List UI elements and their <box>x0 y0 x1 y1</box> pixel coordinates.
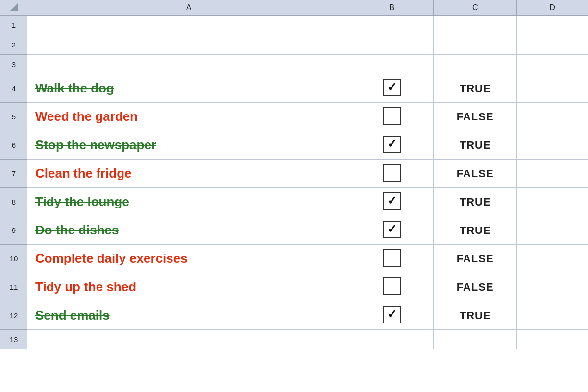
d-cell-6 <box>517 131 588 160</box>
row-6: 6Stop the newspaperTRUE <box>0 131 588 160</box>
checkbox-10[interactable] <box>383 249 401 267</box>
checkbox-8[interactable] <box>383 192 401 210</box>
header-row: A B C D <box>0 0 588 16</box>
row-number-11: 11 <box>0 273 27 301</box>
row-number-5: 5 <box>0 103 27 131</box>
checkbox-cell-4[interactable] <box>350 74 434 103</box>
d-cell-10 <box>517 245 588 273</box>
row-11: 11Tidy up the shedFALSE <box>0 273 588 301</box>
status-cell-8: TRUE <box>434 188 517 216</box>
task-text-4: Walk the dog <box>35 81 114 95</box>
task-text-7: Clean the fridge <box>35 166 131 181</box>
d-cell-5 <box>517 103 588 131</box>
spreadsheet: A B C D 1234Walk the dogTRUE5Weed the ga… <box>0 0 588 349</box>
task-cell-13[interactable] <box>27 330 350 349</box>
row-number-2: 2 <box>0 35 27 55</box>
checkbox-cell-11[interactable] <box>350 273 434 301</box>
task-cell-8[interactable]: Tidy the lounge <box>27 188 350 216</box>
status-cell-9: TRUE <box>434 216 517 245</box>
task-cell-10[interactable]: Complete daily exercises <box>27 245 350 273</box>
task-cell-5[interactable]: Weed the garden <box>27 103 350 131</box>
row-number-6: 6 <box>0 131 27 160</box>
status-value-4: TRUE <box>460 82 491 94</box>
row-number-13: 13 <box>0 330 27 349</box>
task-cell-3[interactable] <box>27 55 350 74</box>
checkbox-7[interactable] <box>383 164 401 182</box>
status-cell-7: FALSE <box>434 160 517 188</box>
status-cell-10: FALSE <box>434 245 517 273</box>
d-cell-12 <box>517 301 588 330</box>
checkbox-cell-1 <box>350 16 434 35</box>
status-cell-1 <box>434 16 517 35</box>
row-8: 8Tidy the loungeTRUE <box>0 188 588 216</box>
task-cell-1[interactable] <box>27 16 350 35</box>
row-13: 13 <box>0 330 588 349</box>
task-text-10: Complete daily exercises <box>35 251 188 266</box>
task-cell-11[interactable]: Tidy up the shed <box>27 273 350 301</box>
column-header-c: C <box>434 0 517 16</box>
row-number-1: 1 <box>0 16 27 35</box>
task-text-6: Stop the newspaper <box>35 138 156 152</box>
checkbox-5[interactable] <box>383 107 401 125</box>
status-cell-4: TRUE <box>434 74 517 103</box>
d-cell-1 <box>517 16 588 35</box>
d-cell-9 <box>517 216 588 245</box>
column-header-d: D <box>517 0 588 16</box>
corner-cell <box>0 0 27 16</box>
checkbox-cell-3 <box>350 55 434 74</box>
checkbox-11[interactable] <box>383 277 401 295</box>
column-header-b: B <box>350 0 434 16</box>
task-text-8: Tidy the lounge <box>35 194 129 209</box>
checkbox-cell-6[interactable] <box>350 131 434 160</box>
checkbox-6[interactable] <box>383 136 401 153</box>
task-cell-4[interactable]: Walk the dog <box>27 74 350 103</box>
checkbox-cell-12[interactable] <box>350 301 434 330</box>
task-cell-12[interactable]: Send emails <box>27 301 350 330</box>
status-value-7: FALSE <box>457 167 494 180</box>
row-12: 12Send emailsTRUE <box>0 301 588 330</box>
task-cell-9[interactable]: Do the dishes <box>27 216 350 245</box>
row-4: 4Walk the dogTRUE <box>0 74 588 103</box>
checkbox-9[interactable] <box>383 221 401 238</box>
d-cell-3 <box>517 55 588 74</box>
row-number-12: 12 <box>0 301 27 330</box>
task-text-11: Tidy up the shed <box>35 279 136 294</box>
status-cell-12: TRUE <box>434 301 517 330</box>
svg-marker-0 <box>10 3 18 11</box>
row-number-9: 9 <box>0 216 27 245</box>
status-value-11: FALSE <box>457 281 494 293</box>
checkbox-12[interactable] <box>383 306 401 323</box>
column-header-a: A <box>27 0 350 16</box>
status-cell-13 <box>434 330 517 349</box>
status-value-8: TRUE <box>460 196 491 208</box>
checkbox-cell-7[interactable] <box>350 160 434 188</box>
row-5: 5Weed the gardenFALSE <box>0 103 588 131</box>
d-cell-8 <box>517 188 588 216</box>
task-cell-6[interactable]: Stop the newspaper <box>27 131 350 160</box>
checkbox-4[interactable] <box>383 79 401 96</box>
d-cell-2 <box>517 35 588 55</box>
checkbox-cell-2 <box>350 35 434 55</box>
d-cell-11 <box>517 273 588 301</box>
d-cell-4 <box>517 74 588 103</box>
row-number-8: 8 <box>0 188 27 216</box>
checkbox-cell-8[interactable] <box>350 188 434 216</box>
task-text-5: Weed the garden <box>35 109 138 124</box>
status-value-5: FALSE <box>457 111 494 123</box>
status-value-12: TRUE <box>460 309 491 322</box>
row-number-3: 3 <box>0 55 27 74</box>
status-value-10: FALSE <box>457 253 494 265</box>
row-number-7: 7 <box>0 160 27 188</box>
task-text-12: Send emails <box>35 308 110 323</box>
row-2: 2 <box>0 35 588 55</box>
checkbox-cell-13 <box>350 330 434 349</box>
checkbox-cell-9[interactable] <box>350 216 434 245</box>
task-cell-7[interactable]: Clean the fridge <box>27 160 350 188</box>
checkbox-cell-10[interactable] <box>350 245 434 273</box>
task-cell-2[interactable] <box>27 35 350 55</box>
checkbox-cell-5[interactable] <box>350 103 434 131</box>
status-cell-2 <box>434 35 517 55</box>
d-cell-13 <box>517 330 588 349</box>
status-cell-5: FALSE <box>434 103 517 131</box>
task-text-9: Do the dishes <box>35 223 119 237</box>
